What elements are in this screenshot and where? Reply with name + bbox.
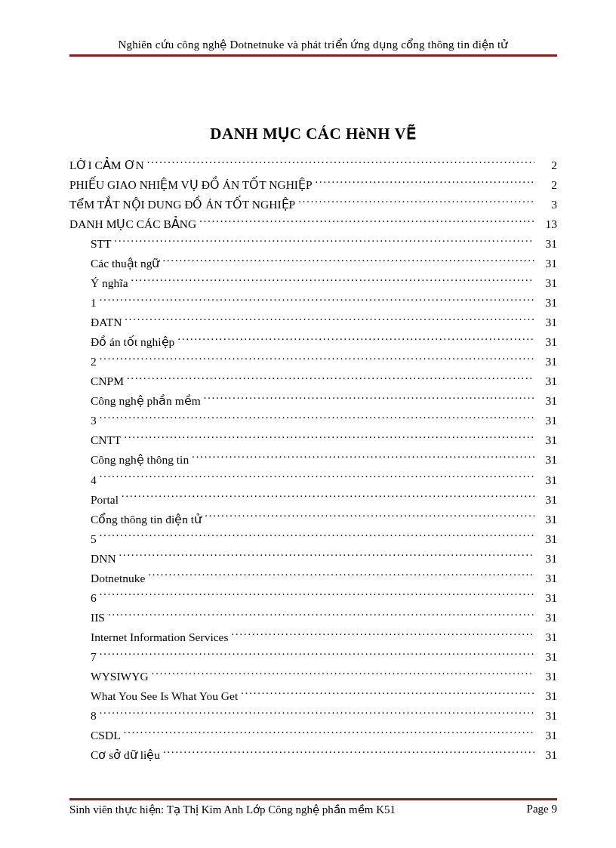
- toc-entry: 331: [91, 411, 557, 430]
- toc-leader-dots: [192, 452, 534, 464]
- toc-leader-dots: [100, 354, 534, 366]
- toc-entry: IIS31: [91, 608, 557, 628]
- toc-leader-dots: [124, 727, 534, 739]
- toc-leader-dots: [162, 256, 534, 268]
- toc-entry: 131: [91, 293, 557, 313]
- toc-entry: Công nghệ phần mềm31: [91, 391, 557, 411]
- toc-entry-page: 31: [537, 647, 557, 667]
- toc-entry-title: IIS: [91, 608, 105, 628]
- toc-entry-page: 31: [537, 490, 557, 510]
- toc-entry-page: 31: [537, 588, 557, 608]
- toc-entry: Dotnetnuke31: [91, 569, 557, 588]
- toc-entry-page: 31: [537, 549, 557, 569]
- toc-entry-page: 31: [537, 510, 557, 529]
- toc-entry-title: Cơ sở dữ liệu: [91, 745, 160, 765]
- toc-entry-title: 4: [91, 470, 97, 490]
- toc-leader-dots: [108, 609, 534, 621]
- toc-entry-page: 31: [537, 706, 557, 726]
- toc-entry-page: 31: [537, 273, 557, 293]
- toc-entry-page: 31: [537, 628, 557, 647]
- toc-entry-page: 31: [537, 391, 557, 411]
- toc-entry-title: Cổng thông tin điện tử: [91, 510, 202, 529]
- toc-entry-title: Ý nghĩa: [91, 273, 128, 293]
- toc-entry-page: 31: [537, 529, 557, 549]
- toc-leader-dots: [204, 393, 534, 405]
- toc-entry: Internet Information Services31: [91, 628, 557, 647]
- toc-entry-page: 2: [537, 156, 557, 175]
- toc-entry-page: 31: [537, 372, 557, 391]
- toc-entry-page: 31: [537, 352, 557, 372]
- toc-leader-dots: [119, 550, 534, 563]
- toc-entry-title: Dotnetnuke: [91, 569, 145, 588]
- toc-entry-title: 5: [91, 529, 97, 549]
- toc-entry-page: 31: [537, 450, 557, 470]
- toc-entry-page: 31: [537, 234, 557, 254]
- toc-entry-title: CSDL: [91, 726, 121, 745]
- toc-entry: Các thuật ngữ31: [91, 254, 557, 273]
- toc-entry: 631: [91, 588, 557, 608]
- toc-leader-dots: [100, 531, 534, 543]
- toc-entry-page: 31: [537, 745, 557, 765]
- toc-entry: 531: [91, 529, 557, 549]
- toc-entry: Đồ án tốt nghiệp31: [91, 332, 557, 352]
- toc-entry-title: 7: [91, 647, 97, 667]
- toc-entry: TểM TẮT NỘI DUNG ĐỒ ÁN TỐT NGHIỆP3: [69, 195, 557, 214]
- footer-page-number: Page 9: [527, 803, 557, 816]
- toc-leader-dots: [131, 276, 534, 288]
- toc-leader-dots: [148, 570, 534, 582]
- toc-entry: LỜI CẢM ƠN2: [69, 156, 557, 175]
- toc-entry-page: 31: [537, 430, 557, 450]
- toc-entry-title: DNN: [91, 549, 116, 569]
- toc-leader-dots: [316, 177, 534, 190]
- toc-entry-page: 3: [537, 195, 557, 214]
- toc-leader-dots: [163, 747, 534, 759]
- toc-entry: DNN31: [91, 549, 557, 569]
- toc-leader-dots: [100, 590, 534, 602]
- toc-entry-title: 3: [91, 411, 97, 430]
- toc-leader-dots: [100, 472, 534, 484]
- toc-entry: CNPM31: [91, 372, 557, 391]
- toc-entry: CSDL31: [91, 726, 557, 745]
- toc-entry-title: CNPM: [91, 372, 124, 391]
- toc-entry-title: Các thuật ngữ: [91, 254, 159, 273]
- toc-entry-title: 2: [91, 352, 97, 372]
- page-title: DANH MỤC CÁC HèNH VẼ: [69, 125, 557, 143]
- toc-leader-dots: [125, 315, 534, 327]
- document-header: Nghiên cứu công nghệ Dotnetnuke và phát …: [69, 38, 557, 57]
- toc-entry-title: PHIẾU GIAO NHIỆM VỤ ĐỒ ÁN TỐT NGHIỆP: [69, 175, 313, 195]
- toc-entry-page: 31: [537, 686, 557, 706]
- toc-entry-page: 2: [537, 175, 557, 195]
- toc-entry-page: 31: [537, 726, 557, 745]
- toc-entry-page: 31: [537, 411, 557, 430]
- toc-entry: Portal31: [91, 490, 557, 510]
- toc-leader-dots: [122, 492, 534, 504]
- toc-entry-title: CNTT: [91, 430, 121, 450]
- toc-entry-title: LỜI CẢM ƠN: [69, 156, 144, 175]
- toc-entry-page: 13: [537, 214, 557, 234]
- toc-leader-dots: [124, 433, 534, 445]
- toc-entry-page: 31: [537, 313, 557, 332]
- toc-entry: CNTT31: [91, 430, 557, 450]
- toc-entry-title: ĐATN: [91, 313, 122, 332]
- toc-leader-dots: [205, 511, 534, 523]
- toc-entry: Cổng thông tin điện tử31: [91, 510, 557, 529]
- toc-entry-title: Đồ án tốt nghiệp: [91, 332, 174, 352]
- toc-leader-dots: [199, 217, 534, 229]
- toc-entry-title: STT: [91, 234, 112, 254]
- toc-entry: PHIẾU GIAO NHIỆM VỤ ĐỒ ÁN TỐT NGHIỆP2: [69, 175, 557, 195]
- toc-leader-dots: [100, 295, 534, 307]
- table-of-contents: LỜI CẢM ƠN2PHIẾU GIAO NHIỆM VỤ ĐỒ ÁN TỐT…: [69, 156, 557, 765]
- toc-entry: WYSIWYG31: [91, 667, 557, 686]
- toc-entry-title: Internet Information Services: [91, 628, 229, 647]
- toc-leader-dots: [177, 335, 534, 347]
- toc-entry-page: 31: [537, 470, 557, 490]
- toc-entry-page: 31: [537, 332, 557, 352]
- toc-entry-page: 31: [537, 293, 557, 313]
- footer-author: Sinh viên thực hiện: Tạ Thị Kim Anh Lớp …: [69, 803, 396, 816]
- toc-entry: DANH MỤC CÁC BẢNG13: [69, 214, 557, 234]
- toc-entry-title: 6: [91, 588, 97, 608]
- toc-entry-title: 8: [91, 706, 97, 726]
- toc-entry-title: DANH MỤC CÁC BẢNG: [69, 214, 196, 234]
- toc-leader-dots: [152, 668, 534, 680]
- toc-entry-page: 31: [537, 569, 557, 588]
